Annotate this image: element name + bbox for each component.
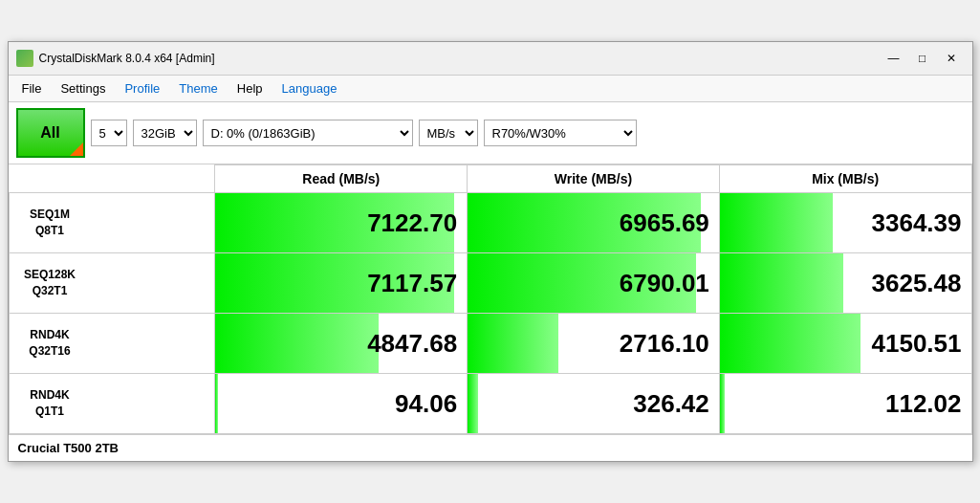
table-row: RND4K Q32T164847.682716.104150.51	[9, 314, 971, 374]
main-window: CrystalDiskMark 8.0.4 x64 [Admin] — □ ✕ …	[8, 41, 973, 462]
menu-help[interactable]: Help	[229, 77, 271, 99]
mix-cell: 112.02	[719, 374, 971, 434]
status-text: Crucial T500 2TB	[18, 441, 120, 455]
cell-value-text: 112.02	[720, 374, 971, 433]
write-cell: 2716.10	[468, 314, 720, 374]
menu-language[interactable]: Language	[274, 77, 345, 99]
profile-select[interactable]: R70%/W30%	[484, 120, 637, 146]
menu-file[interactable]: File	[14, 77, 50, 99]
row-label-text: RND4K Q1T1	[10, 383, 91, 424]
write-cell: 6790.01	[468, 253, 720, 314]
cell-value-text: 6965.69	[468, 193, 719, 252]
col-header-label	[9, 165, 215, 193]
read-cell: 94.06	[215, 374, 468, 434]
write-cell: 6965.69	[468, 193, 720, 253]
cell-value-text: 7117.57	[215, 253, 467, 313]
menu-profile[interactable]: Profile	[117, 77, 167, 99]
row-label-text: RND4K Q32T16	[10, 323, 91, 363]
row-label: RND4K Q32T16	[9, 314, 215, 374]
menu-settings[interactable]: Settings	[53, 77, 113, 99]
cell-value-text: 4847.68	[215, 314, 467, 373]
minimize-button[interactable]: —	[881, 48, 907, 69]
toolbar: All 5 1 3 9 32GiB 1GiB 4GiB 8GiB 16GiB 6…	[9, 102, 972, 164]
cell-value-text: 94.06	[215, 374, 467, 433]
app-icon	[16, 50, 33, 67]
cell-value-text: 3364.39	[720, 193, 971, 252]
table-row: RND4K Q1T194.06326.42112.02	[9, 374, 971, 434]
cell-value-text: 326.42	[468, 374, 719, 433]
status-bar: Crucial T500 2TB	[9, 434, 972, 461]
row-label: RND4K Q1T1	[9, 374, 215, 434]
menu-bar: File Settings Profile Theme Help Languag…	[9, 76, 972, 102]
cell-value-text: 2716.10	[468, 314, 719, 373]
mix-cell: 4150.51	[719, 314, 971, 374]
row-label-text: SEQ128K Q32T1	[10, 263, 91, 303]
col-header-write: Write (MB/s)	[468, 165, 720, 193]
col-header-read: Read (MB/s)	[215, 165, 468, 193]
size-select[interactable]: 32GiB 1GiB 4GiB 8GiB 16GiB 64GiB	[133, 120, 197, 146]
runs-select[interactable]: 5 1 3 9	[91, 120, 127, 146]
cell-value-text: 7122.70	[215, 193, 467, 252]
cell-value-text: 3625.48	[720, 253, 971, 313]
col-header-mix: Mix (MB/s)	[719, 165, 971, 193]
row-label-text: SEQ1M Q8T1	[10, 203, 91, 243]
mix-cell: 3625.48	[719, 253, 971, 314]
row-label: SEQ128K Q32T1	[9, 253, 215, 314]
row-label: SEQ1M Q8T1	[9, 193, 215, 253]
results-table: Read (MB/s) Write (MB/s) Mix (MB/s) SEQ1…	[9, 164, 972, 434]
mix-cell: 3364.39	[719, 193, 971, 253]
title-bar-controls: — □ ✕	[881, 48, 965, 69]
cell-value-text: 6790.01	[468, 253, 719, 313]
unit-select[interactable]: MB/s GB/s IOPS μs	[419, 120, 478, 146]
menu-theme[interactable]: Theme	[171, 77, 225, 99]
window-title: CrystalDiskMark 8.0.4 x64 [Admin]	[39, 52, 215, 65]
table-row: SEQ128K Q32T17117.576790.013625.48	[9, 253, 971, 314]
table-row: SEQ1M Q8T17122.706965.693364.39	[9, 193, 971, 253]
drive-select[interactable]: D: 0% (0/1863GiB)	[203, 120, 413, 146]
read-cell: 4847.68	[215, 314, 468, 374]
all-button[interactable]: All	[16, 108, 85, 158]
title-bar-left: CrystalDiskMark 8.0.4 x64 [Admin]	[16, 50, 215, 67]
write-cell: 326.42	[468, 374, 720, 434]
cell-value-text: 4150.51	[720, 314, 971, 373]
read-cell: 7117.57	[215, 253, 468, 314]
title-bar: CrystalDiskMark 8.0.4 x64 [Admin] — □ ✕	[9, 42, 972, 76]
read-cell: 7122.70	[215, 193, 468, 253]
maximize-button[interactable]: □	[909, 48, 936, 69]
close-button[interactable]: ✕	[938, 48, 965, 69]
